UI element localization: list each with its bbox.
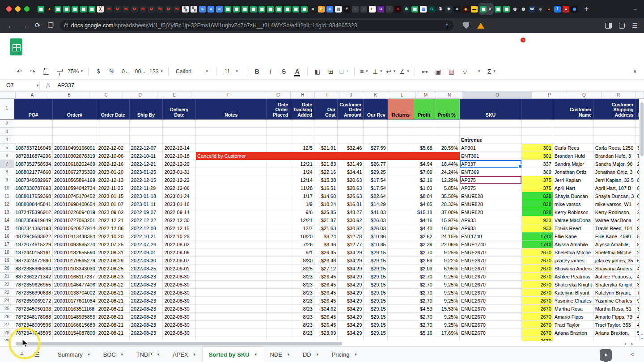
header-cell-c[interactable]: Order Date bbox=[97, 99, 130, 120]
cell-M11[interactable]: $8.04 bbox=[414, 192, 434, 200]
cell-L11[interactable] bbox=[388, 192, 415, 200]
cell-H17[interactable]: 7/26 bbox=[290, 240, 314, 248]
cell-G14[interactable] bbox=[267, 216, 290, 224]
column-header-Q[interactable]: Q bbox=[567, 92, 602, 99]
paint-format-button[interactable] bbox=[54, 66, 65, 77]
forward-icon[interactable]: → bbox=[21, 22, 28, 29]
cell-O19[interactable]: ENUE2670 bbox=[460, 257, 522, 265]
cell-E27[interactable]: 2022-08-30 bbox=[163, 321, 196, 329]
cell-O18[interactable]: ENUE2670 bbox=[460, 248, 522, 257]
cell-R14[interactable]: Valrae MacDona bbox=[594, 216, 636, 224]
cell-N14[interactable]: 15.97% bbox=[434, 216, 460, 224]
header-cell-a[interactable]: PO# bbox=[14, 99, 53, 120]
cell-Q16[interactable]: Ellie Kane bbox=[553, 232, 594, 240]
cell-R2[interactable] bbox=[594, 120, 636, 128]
cell-A3[interactable] bbox=[14, 128, 53, 136]
cell-O29[interactable] bbox=[460, 337, 522, 341]
cell-P8[interactable]: 369 bbox=[522, 168, 553, 176]
new-tab-button[interactable]: + bbox=[584, 4, 589, 14]
privacy-shield-icon[interactable] bbox=[463, 22, 469, 29]
cell-J17[interactable]: $12.77 bbox=[338, 240, 364, 248]
cell-R10[interactable]: April Hart, 107 B bbox=[594, 184, 636, 192]
cell-B15[interactable]: 200010520527914 bbox=[53, 224, 97, 232]
cell-L4[interactable] bbox=[388, 136, 415, 144]
cell-C18[interactable]: 2022-08-31 bbox=[97, 248, 130, 257]
traffic-light-close[interactable] bbox=[6, 6, 12, 12]
cell-Q10[interactable]: April Hart bbox=[553, 184, 594, 192]
cell-B5[interactable]: 200010499166091 bbox=[53, 144, 97, 152]
cell-C2[interactable] bbox=[97, 120, 130, 128]
browser-tab-gmail-icon[interactable]: M bbox=[122, 3, 130, 15]
cell-I23[interactable]: $26.45 bbox=[314, 289, 338, 297]
cell-F9[interactable] bbox=[196, 176, 267, 184]
cell-H2[interactable] bbox=[290, 120, 314, 128]
browser-menu-icon[interactable]: ☰ bbox=[632, 22, 638, 29]
cell-H11[interactable]: 1/17 bbox=[290, 192, 314, 200]
cell-H10[interactable]: 11/28 bbox=[290, 184, 314, 192]
browser-tab-docs-icon[interactable]: ≡ bbox=[215, 3, 224, 15]
browser-tab-ell-icon[interactable]: L bbox=[368, 3, 377, 15]
cell-F28[interactable] bbox=[196, 329, 267, 337]
cell-D23[interactable]: 2022-08-23 bbox=[130, 289, 163, 297]
cell-K19[interactable]: $29.15 bbox=[364, 257, 387, 265]
cell-R8[interactable]: Jonathan Ortiz, 3 bbox=[594, 168, 636, 176]
scroll-right-icon[interactable]: ▸ bbox=[631, 341, 633, 346]
row-header-20[interactable]: 20 bbox=[0, 265, 14, 273]
cell-C19[interactable]: 2022-08-29 bbox=[97, 257, 130, 265]
cell-I13[interactable]: $25.85 bbox=[314, 208, 338, 216]
cell-R27[interactable]: Traci Taylor, 353 bbox=[594, 321, 636, 329]
column-header-R[interactable]: R bbox=[602, 92, 636, 99]
cell-O22[interactable]: ENUE2670 bbox=[460, 281, 522, 289]
column-header-L[interactable]: L bbox=[388, 92, 416, 99]
cell-G21[interactable] bbox=[267, 273, 290, 281]
cell-M3[interactable] bbox=[414, 128, 434, 136]
browser-tab-fb-icon[interactable]: f bbox=[553, 3, 562, 15]
browser-tab-globe-icon[interactable]: ◍ bbox=[511, 3, 519, 15]
cell-J19[interactable]: $34.29 bbox=[338, 257, 364, 265]
row-header-27[interactable]: 27 bbox=[0, 321, 14, 329]
cell-Q22[interactable]: Shateryka Knight bbox=[553, 281, 594, 289]
cell-F20[interactable] bbox=[196, 265, 267, 273]
cell-A26[interactable]: 7872348178088 bbox=[14, 313, 53, 321]
cell-N11[interactable]: 35.50% bbox=[434, 192, 460, 200]
cell-D27[interactable]: 2022-08-23 bbox=[130, 321, 163, 329]
cell-Q26[interactable]: Amario Fipps bbox=[553, 313, 594, 321]
cell-G28[interactable] bbox=[267, 329, 290, 337]
cell-D6[interactable]: 2022-10-11 bbox=[130, 152, 163, 160]
cell-N6[interactable] bbox=[434, 152, 460, 160]
cell-N25[interactable]: 15.53% bbox=[434, 305, 460, 313]
cell-M29[interactable] bbox=[414, 337, 434, 341]
cell-N13[interactable]: 37.00% bbox=[434, 208, 460, 216]
cell-F13[interactable] bbox=[196, 208, 267, 216]
browser-tab-snow-icon[interactable]: ✳ bbox=[445, 3, 453, 15]
cell-L24[interactable] bbox=[388, 297, 415, 305]
cell-A22[interactable]: 7872359626955 bbox=[14, 281, 53, 289]
cell-D4[interactable] bbox=[130, 136, 163, 144]
cell-E18[interactable]: 2022-09-09 bbox=[163, 248, 196, 257]
cell-P10[interactable]: 375 bbox=[522, 184, 553, 192]
cell-F10[interactable] bbox=[196, 184, 267, 192]
cell-I12[interactable]: $10.24 bbox=[314, 200, 338, 208]
cell-O20[interactable]: ENUE2670 bbox=[460, 265, 522, 273]
italic-button[interactable]: I bbox=[265, 66, 276, 77]
select-all-corner[interactable] bbox=[636, 92, 644, 99]
cell-B29[interactable] bbox=[53, 337, 97, 341]
cell-C10[interactable]: 2022-11-25 bbox=[97, 184, 130, 192]
cell-G22[interactable] bbox=[267, 281, 290, 289]
font-select[interactable]: Calibri▼ bbox=[173, 66, 212, 77]
cell-E4[interactable] bbox=[163, 136, 196, 144]
cell-A24[interactable]: 7872359069272 bbox=[14, 297, 53, 305]
cell-Q23[interactable]: Katelynn Bryant bbox=[553, 289, 594, 297]
cell-F19[interactable] bbox=[196, 257, 267, 265]
cell-D16[interactable]: 2022-10-21 bbox=[130, 232, 163, 240]
cell-B25[interactable]: 200010163511168 bbox=[53, 305, 97, 313]
browser-tab-sheets-icon[interactable]: ▦ bbox=[37, 3, 45, 15]
cell-K24[interactable]: $29.15 bbox=[364, 297, 387, 305]
cell-H22[interactable]: 8/23 bbox=[290, 281, 314, 289]
browser-tab-ups-icon[interactable]: ◈ bbox=[462, 3, 470, 15]
cell-M19[interactable]: $2.69 bbox=[414, 257, 434, 265]
cell-K17[interactable]: $10.85 bbox=[364, 240, 387, 248]
cell-P25[interactable]: 2670 bbox=[522, 305, 553, 313]
cell-I11[interactable]: $14.60 bbox=[314, 192, 338, 200]
cell-R3[interactable] bbox=[594, 128, 636, 136]
